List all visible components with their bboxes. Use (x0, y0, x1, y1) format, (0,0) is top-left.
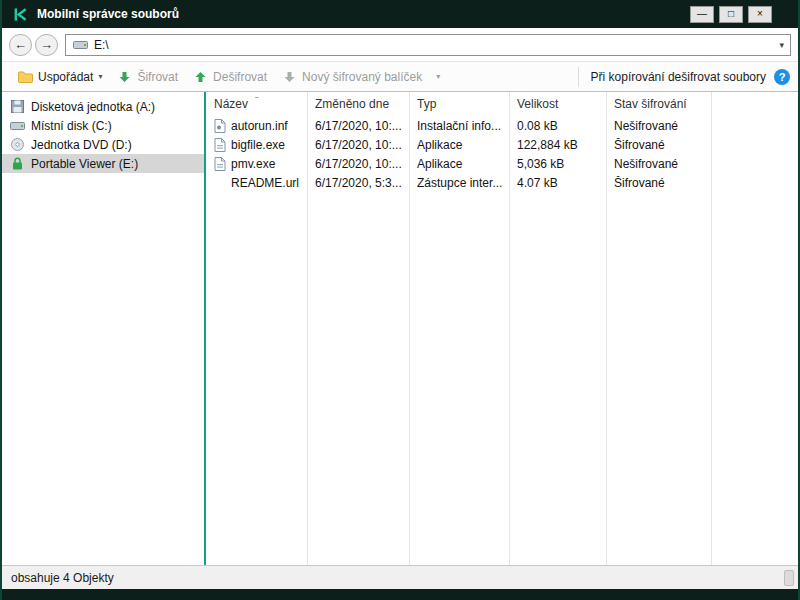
encrypt-label: Šifrovat (137, 70, 178, 84)
column-header-name[interactable]: Název ˆ (206, 97, 307, 111)
file-row-readme-url[interactable]: README.url 6/17/2020, 5:3... Zástupce in… (206, 173, 798, 192)
encrypt-button[interactable]: Šifrovat (109, 67, 185, 87)
drive-tree: Disketová jednotka (A:) Místní disk (C:) (2, 92, 204, 565)
file-encryption-status: Nešifrované (606, 157, 711, 171)
back-button[interactable]: ← (9, 34, 32, 56)
decrypt-up-arrow-icon (192, 71, 208, 83)
floppy-drive-icon (9, 100, 25, 113)
sort-ascending-icon: ˆ (255, 97, 259, 107)
new-package-dropdown-button[interactable]: ▾ (429, 69, 447, 84)
organize-label: Uspořádat (38, 70, 93, 84)
package-down-arrow-icon (281, 71, 297, 83)
file-modified: 6/17/2020, 10:... (307, 138, 409, 152)
file-modified: 6/17/2020, 5:3... (307, 176, 409, 190)
sidebar-item-portable-viewer-e[interactable]: Portable Viewer (E:) (2, 154, 204, 173)
column-header-size[interactable]: Velikost (509, 97, 606, 111)
application-file-icon (214, 138, 226, 152)
setup-information-file-icon (214, 119, 226, 133)
status-bar: obsahuje 4 Objekty (2, 565, 798, 589)
address-text: E:\ (94, 38, 109, 52)
new-package-label: Nový šifrovaný balíček (302, 70, 422, 84)
content-area: Disketová jednotka (A:) Místní disk (C:) (2, 92, 798, 565)
column-header-name-label: Název (214, 97, 248, 111)
organize-button[interactable]: Uspořádat ▾ (10, 67, 109, 87)
file-list: Název ˆ Změněno dne Typ Velikost Stav ši… (206, 92, 798, 565)
sidebar-item-label: Místní disk (C:) (31, 119, 112, 133)
minimize-button[interactable]: — (690, 6, 714, 23)
file-size: 4.07 kB (509, 176, 606, 190)
app-window: Mobilní správce souborů — □ × ← → E:\ ▾ (0, 0, 800, 600)
toolbar-right-group: Při kopírování dešifrovat soubory ? (578, 67, 790, 87)
file-type: Instalační info... (409, 119, 509, 133)
file-modified: 6/17/2020, 10:... (307, 157, 409, 171)
sidebar-item-label: Disketová jednotka (A:) (31, 100, 155, 114)
help-icon[interactable]: ? (774, 69, 790, 85)
file-row-autorun-inf[interactable]: autorun.inf 6/17/2020, 10:... Instalační… (206, 116, 798, 135)
history-buttons: ← → (9, 34, 58, 56)
decrypt-button[interactable]: Dešifrovat (185, 67, 274, 87)
resize-grip[interactable] (784, 570, 794, 586)
window-title: Mobilní správce souborů (37, 7, 690, 21)
file-type: Zástupce inter... (409, 176, 509, 190)
file-icon-placeholder (214, 176, 226, 190)
file-size: 5,036 kB (509, 157, 606, 171)
kaspersky-logo-icon (11, 5, 29, 23)
window-controls: — □ × (690, 6, 772, 23)
file-row-pmv-exe[interactable]: pmv.exe 6/17/2020, 10:... Aplikace 5,036… (206, 154, 798, 173)
file-name: autorun.inf (231, 119, 288, 133)
application-file-icon (214, 157, 226, 171)
copy-decrypt-label: Při kopírování dešifrovat soubory (591, 70, 766, 84)
status-text: obsahuje 4 Objekty (11, 571, 114, 585)
encrypted-drive-lock-icon (9, 157, 25, 170)
sidebar-item-label: Portable Viewer (E:) (31, 157, 138, 171)
file-encryption-status: Šifrované (606, 138, 711, 152)
folder-icon (17, 71, 33, 83)
file-list-header: Název ˆ Změněno dne Typ Velikost Stav ši… (206, 92, 798, 116)
file-type: Aplikace (409, 138, 509, 152)
file-size: 122,884 kB (509, 138, 606, 152)
navigation-bar: ← → E:\ ▾ (2, 28, 798, 61)
titlebar: Mobilní správce souborů — □ × (2, 0, 798, 28)
encrypt-down-arrow-icon (116, 71, 132, 83)
file-type: Aplikace (409, 157, 509, 171)
file-name: README.url (231, 176, 299, 190)
new-encrypted-package-button[interactable]: Nový šifrovaný balíček (274, 67, 429, 87)
column-header-type[interactable]: Typ (409, 97, 509, 111)
file-size: 0.08 kB (509, 119, 606, 133)
file-modified: 6/17/2020, 10:... (307, 119, 409, 133)
close-button[interactable]: × (748, 6, 772, 23)
forward-button[interactable]: → (35, 34, 58, 56)
file-name: pmv.exe (231, 157, 275, 171)
organize-dropdown-icon: ▾ (98, 72, 102, 81)
sidebar-item-disk-c[interactable]: Místní disk (C:) (2, 116, 204, 135)
file-name: bigfile.exe (231, 138, 285, 152)
address-dropdown-icon[interactable]: ▾ (779, 40, 784, 50)
address-bar[interactable]: E:\ ▾ (65, 34, 791, 56)
decrypt-label: Dešifrovat (213, 70, 267, 84)
new-package-dropdown-icon: ▾ (436, 72, 440, 81)
sidebar-item-label: Jednotka DVD (D:) (31, 138, 132, 152)
toolbar: Uspořádat ▾ Šifrovat Dešifrovat (2, 61, 798, 92)
maximize-button[interactable]: □ (719, 6, 743, 23)
column-header-status[interactable]: Stav šifrování (606, 97, 711, 111)
drive-icon (72, 39, 88, 50)
sidebar-item-floppy-a[interactable]: Disketová jednotka (A:) (2, 97, 204, 116)
window-frame-bottom (2, 589, 798, 600)
column-header-modified[interactable]: Změněno dne (307, 97, 409, 111)
dvd-drive-icon (9, 138, 25, 151)
sidebar-item-dvd-d[interactable]: Jednotka DVD (D:) (2, 135, 204, 154)
file-encryption-status: Šifrované (606, 176, 711, 190)
hard-disk-icon (9, 120, 25, 131)
file-encryption-status: Nešifrované (606, 119, 711, 133)
file-row-bigfile-exe[interactable]: bigfile.exe 6/17/2020, 10:... Aplikace 1… (206, 135, 798, 154)
